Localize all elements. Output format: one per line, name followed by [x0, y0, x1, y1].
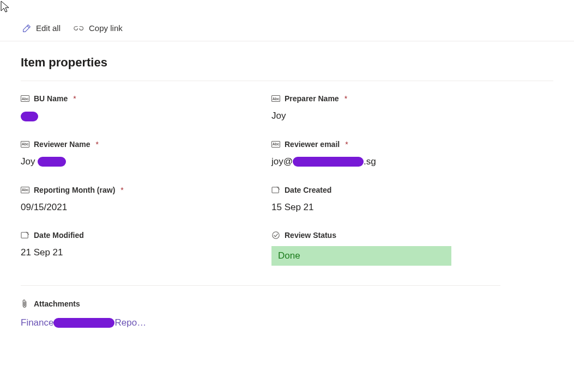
required-marker: *: [345, 140, 348, 149]
field-value: 15 Sep 21: [271, 201, 500, 214]
svg-rect-1: [21, 232, 28, 238]
required-marker: *: [345, 94, 347, 103]
text-type-icon: Abc: [21, 141, 29, 148]
field-value: Joy: [271, 109, 500, 122]
field-label: Date Created: [271, 186, 500, 194]
field-preparer-name: Abc Preparer Name * Joy: [271, 94, 500, 122]
redacted-text: [38, 157, 66, 167]
attachment-icon: [21, 299, 28, 309]
attachments-header: Attachments: [21, 299, 500, 309]
status-badge: Done: [271, 246, 451, 266]
field-value: Joy: [21, 155, 250, 168]
copy-link-button[interactable]: Copy link: [74, 23, 123, 33]
attachments-section: Attachments FinanceRepo…: [21, 285, 500, 328]
field-label: Abc Reviewer Name *: [21, 140, 250, 149]
calculated-type-icon: [21, 231, 29, 239]
copy-link-label: Copy link: [89, 23, 123, 33]
cursor-icon: [0, 0, 11, 13]
field-label: Abc Reviewer email *: [271, 140, 500, 149]
attachment-link[interactable]: FinanceRepo…: [21, 317, 146, 328]
field-reviewer-name: Abc Reviewer Name * Joy: [21, 140, 250, 168]
text-type-icon: Abc: [21, 95, 29, 102]
field-reviewer-email: Abc Reviewer email * joy@.sg: [271, 140, 500, 168]
required-marker: *: [120, 186, 123, 194]
properties-grid: Abc BU Name * Abc Preparer Name * Joy Ab…: [21, 94, 500, 266]
redacted-text: [53, 318, 114, 328]
edit-all-button[interactable]: Edit all: [22, 23, 61, 33]
redacted-text: [21, 112, 38, 121]
svg-point-2: [273, 232, 279, 238]
field-reporting-month: Abc Reporting Month (raw) * 09/15/2021: [21, 186, 250, 214]
required-marker: *: [73, 94, 76, 103]
field-bu-name: Abc BU Name *: [21, 94, 250, 122]
field-value: 21 Sep 21: [21, 246, 250, 259]
page-title: Item properties: [21, 56, 553, 70]
divider: [21, 81, 553, 81]
field-date-created: Date Created 15 Sep 21: [271, 186, 500, 214]
redacted-text: [293, 157, 364, 167]
field-label: Abc BU Name *: [21, 94, 250, 103]
text-type-icon: Abc: [271, 141, 280, 148]
link-icon: [74, 23, 84, 33]
field-label: Review Status: [271, 231, 500, 240]
text-type-icon: Abc: [21, 187, 29, 193]
field-label: Abc Preparer Name *: [271, 94, 500, 103]
svg-rect-0: [272, 187, 279, 193]
field-label: Abc Reporting Month (raw) *: [21, 186, 250, 194]
field-value: joy@.sg: [271, 155, 500, 168]
field-date-modified: Date Modified 21 Sep 21: [21, 231, 250, 266]
toolbar: Edit all Copy link: [0, 15, 574, 41]
edit-icon: [22, 23, 32, 33]
field-value: 09/15/2021: [21, 201, 250, 214]
choice-type-icon: [271, 231, 280, 240]
required-marker: *: [96, 140, 99, 149]
field-value: [21, 109, 250, 122]
content-panel: Item properties Abc BU Name * Abc Prepar…: [0, 41, 574, 328]
field-label: Date Modified: [21, 231, 250, 240]
edit-all-label: Edit all: [36, 23, 61, 33]
field-review-status: Review Status Done: [271, 231, 500, 266]
text-type-icon: Abc: [271, 95, 280, 102]
calculated-type-icon: [271, 186, 280, 194]
